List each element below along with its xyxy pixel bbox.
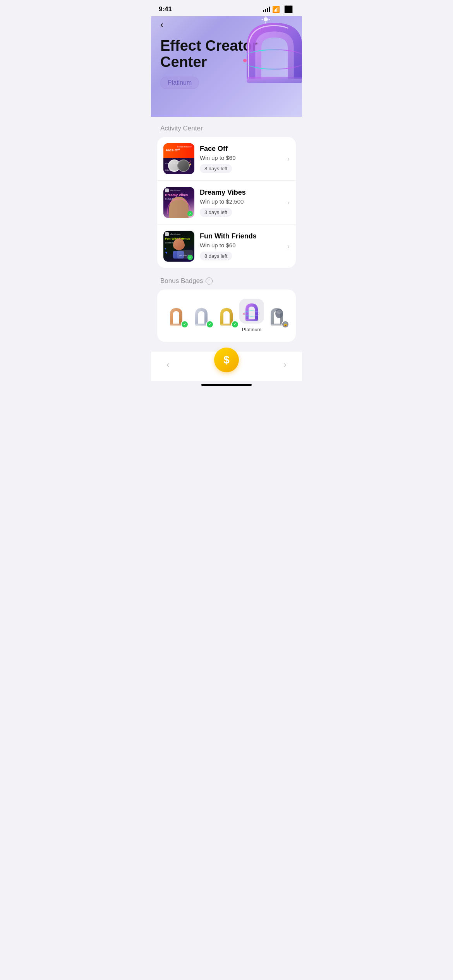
- status-time: 9:41: [159, 5, 172, 13]
- platinum-badge-label: Platinum: [242, 327, 262, 332]
- gold-check: ✓: [231, 320, 239, 328]
- status-bar: 9:41 📶 ▐█▌: [151, 0, 302, 16]
- svg-point-17: [276, 310, 282, 314]
- bonus-badges-section: Bonus Badges i: [151, 277, 302, 342]
- back-button[interactable]: ‹: [160, 16, 163, 33]
- svg-point-0: [264, 17, 268, 22]
- status-icons: 📶 ▐█▌: [263, 6, 294, 13]
- dreamy-vibes-thumbnail: effect house Dreamy Vibes TikTok Mission…: [163, 187, 194, 218]
- badge-icon-bronze: ✓: [164, 303, 189, 328]
- badge-icon-gold: ✓: [214, 303, 239, 328]
- diamond-lock: 🔒: [281, 320, 289, 328]
- content-area: Activity Center Face Off TikTok Mission …: [151, 117, 302, 386]
- fun-with-friends-thumbnail: effect house Fun With Friends TikTok Mis…: [163, 231, 194, 262]
- activity-center-label: Activity Center: [151, 117, 302, 137]
- bonus-badges-label: Bonus Badges i: [151, 277, 302, 290]
- coin-button[interactable]: $: [214, 348, 239, 372]
- badge-item-diamond[interactable]: 🔒: [264, 303, 289, 328]
- svg-point-14: [243, 313, 245, 315]
- badge-item-bronze[interactable]: ✓: [164, 303, 189, 328]
- badges-card: ✓: [157, 290, 296, 342]
- activity-item-face-off[interactable]: Face Off TikTok Mission Week Of 06/06 Ef…: [157, 137, 296, 181]
- fun-with-friends-chevron: ›: [287, 242, 290, 250]
- bottom-bar: ‹ $ ›: [151, 351, 302, 381]
- face-off-prize: Win up to $60: [200, 154, 282, 161]
- dreamy-vibes-days: 3 days left: [200, 208, 232, 217]
- dreamy-vibes-title: Dreamy Vibes: [200, 188, 282, 197]
- dreamy-vibes-info: Dreamy Vibes Win up to $2,500 3 days lef…: [200, 188, 282, 217]
- svg-rect-10: [195, 324, 208, 326]
- coin-symbol: $: [223, 354, 230, 366]
- svg-rect-9: [170, 324, 182, 326]
- bronze-check: ✓: [181, 320, 189, 328]
- fun-with-friends-prize: Win up to $60: [200, 242, 282, 248]
- tier-badge: Platinum: [160, 77, 199, 89]
- badge-item-silver[interactable]: ✓: [189, 303, 214, 328]
- svg-rect-8: [247, 77, 302, 83]
- face-off-thumbnail: Face Off TikTok Mission Week Of 06/06 Ef…: [163, 143, 194, 174]
- bonus-info-icon[interactable]: i: [206, 278, 213, 284]
- fun-with-friends-title: Fun With Friends: [200, 232, 282, 240]
- hero-illustration: [236, 16, 302, 86]
- dreamy-vibes-prize: Win up to $2,500: [200, 198, 282, 205]
- face-off-days: 8 days left: [200, 164, 232, 173]
- face-off-title: Face Off: [200, 145, 282, 153]
- face-off-chevron: ›: [287, 155, 290, 163]
- svg-rect-12: [245, 319, 258, 321]
- signal-icon: [263, 7, 270, 12]
- dreamy-vibes-chevron: ›: [287, 199, 290, 207]
- activity-card: Face Off TikTok Mission Week Of 06/06 Ef…: [157, 137, 296, 268]
- home-indicator: [201, 384, 252, 386]
- badge-icon-diamond: 🔒: [264, 303, 289, 328]
- face-off-info: Face Off Win up to $60 8 days left: [200, 145, 282, 173]
- nav-left-button[interactable]: ‹: [163, 356, 173, 373]
- badge-item-gold[interactable]: ✓: [214, 303, 239, 328]
- badges-row: ✓: [163, 299, 290, 332]
- svg-point-6: [243, 59, 247, 62]
- battery-icon: ▐█▌: [282, 6, 294, 13]
- badge-icon-silver: ✓: [189, 303, 214, 328]
- fun-with-friends-info: Fun With Friends Win up to $60 8 days le…: [200, 232, 282, 260]
- wifi-icon: 📶: [272, 6, 280, 13]
- hero-section: ‹ Effect Creator Center Platinum: [151, 16, 302, 117]
- nav-right-button[interactable]: ›: [280, 356, 290, 373]
- silver-check: ✓: [206, 320, 214, 328]
- badge-icon-platinum: [239, 299, 264, 324]
- activity-item-fun-with-friends[interactable]: effect house Fun With Friends TikTok Mis…: [157, 224, 296, 268]
- fun-with-friends-days: 8 days left: [200, 252, 232, 260]
- badge-item-platinum[interactable]: Platinum: [239, 299, 264, 332]
- activity-item-dreamy-vibes[interactable]: effect house Dreamy Vibes TikTok Mission…: [157, 181, 296, 224]
